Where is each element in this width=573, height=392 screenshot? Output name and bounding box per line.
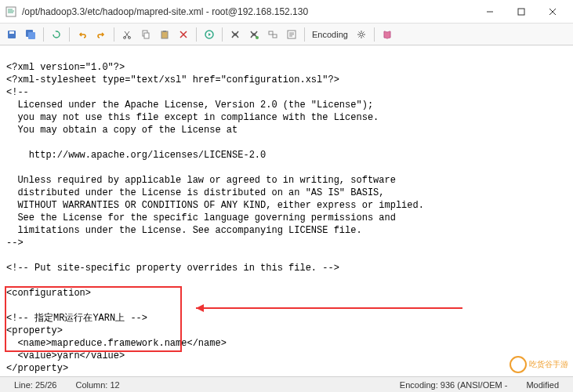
svg-point-13 (256, 36, 259, 39)
code-line: Unless required by applicable law or agr… (6, 175, 396, 186)
watermark-icon (510, 356, 527, 373)
redo-icon[interactable] (92, 26, 110, 43)
code-line: </property> (6, 363, 68, 374)
code-line: <configuration> (6, 288, 91, 299)
toolbar: Encoding (0, 24, 573, 45)
replace-icon[interactable] (264, 26, 281, 43)
code-line: See the License for the specific languag… (6, 212, 396, 223)
code-line: <!-- 指定MR运行在YARN上 --> (6, 313, 147, 324)
status-column: Column: 12 (66, 380, 129, 390)
svg-rect-10 (161, 31, 168, 38)
close-button[interactable] (537, 1, 568, 23)
find-icon[interactable] (227, 26, 244, 43)
code-line: Licensed under the Apache License, Versi… (6, 100, 373, 111)
code-line: You may obtain a copy of the License at (6, 125, 238, 136)
code-line: <!-- (6, 87, 29, 98)
watermark-text: 吃货谷手游 (529, 359, 568, 370)
watermark: 吃货谷手游 (510, 356, 568, 373)
svg-rect-1 (518, 9, 524, 15)
code-line: distributed under the License is distrib… (6, 187, 384, 198)
book-icon[interactable] (379, 26, 396, 43)
svg-rect-0 (6, 7, 16, 16)
code-line: <?xml-stylesheet type="text/xsl" href="c… (6, 74, 339, 85)
svg-rect-5 (28, 32, 35, 39)
svg-rect-14 (269, 31, 273, 34)
code-editor[interactable]: <?xml version="1.0"?> <?xml-stylesheet t… (0, 45, 573, 376)
svg-point-17 (360, 33, 363, 36)
svg-rect-11 (163, 31, 166, 32)
cut-icon[interactable] (118, 26, 136, 43)
code-line: <?xml version="1.0"?> (6, 62, 125, 73)
svg-rect-15 (273, 34, 277, 38)
minimize-button[interactable] (474, 1, 506, 23)
status-encoding: Encoding: 936 (ANSI/OEM - (390, 380, 517, 390)
delete-icon[interactable] (175, 26, 192, 43)
titlebar: /opt/hadoop3.3/etc/hadoop/mapred-site.xm… (0, 0, 573, 24)
code-line: limitations under the License. See accom… (6, 225, 362, 236)
save-icon[interactable] (3, 26, 20, 43)
window-title: /opt/hadoop3.3/etc/hadoop/mapred-site.xm… (22, 6, 474, 17)
svg-rect-9 (144, 33, 149, 38)
statusbar: Line: 25/26 Column: 12 Encoding: 936 (AN… (0, 376, 573, 392)
goto-icon[interactable] (283, 26, 300, 43)
reload-icon[interactable] (48, 26, 65, 43)
svg-rect-3 (9, 31, 14, 34)
maximize-button[interactable] (506, 1, 537, 23)
code-line: <name>mapreduce.framework.name</name> (6, 338, 227, 349)
app-icon (5, 5, 17, 18)
findnext-icon[interactable] (245, 26, 263, 43)
arrow-annotation (188, 296, 470, 320)
status-modified: Modified (517, 380, 568, 390)
encoding-label: Encoding (309, 30, 351, 39)
code-line: --> (6, 238, 24, 249)
settings-icon[interactable] (353, 26, 370, 43)
run-icon[interactable] (201, 26, 218, 43)
code-line: <property> (6, 325, 63, 336)
code-line: WITHOUT WARRANTIES OR CONDITIONS OF ANY … (6, 200, 424, 211)
code-line: <value>yarn</value> (6, 350, 125, 361)
paste-icon[interactable] (156, 26, 173, 43)
code-line: <!-- Put site-specific property override… (6, 263, 339, 274)
undo-icon[interactable] (74, 26, 91, 43)
status-line: Line: 25/26 (5, 380, 66, 390)
code-line: you may not use this file except in comp… (6, 112, 379, 123)
saveall-icon[interactable] (22, 26, 39, 43)
code-line: http://www.apache.org/licenses/LICENSE-2… (6, 150, 266, 161)
copy-icon[interactable] (137, 26, 154, 43)
